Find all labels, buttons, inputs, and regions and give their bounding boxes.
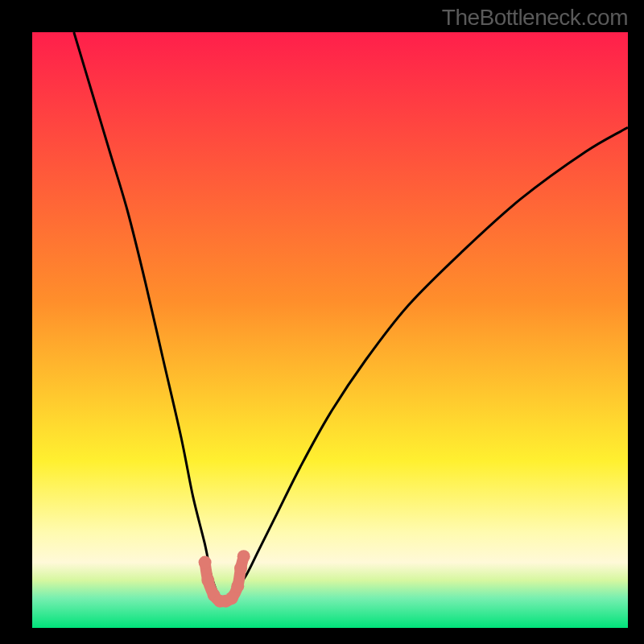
curves-layer xyxy=(32,32,628,628)
curve-right-branch xyxy=(235,127,628,592)
data-point xyxy=(234,562,247,575)
data-point xyxy=(225,592,238,605)
curve-left-branch xyxy=(74,32,217,592)
chart-frame: TheBottleneck.com xyxy=(0,0,644,644)
data-point xyxy=(199,556,212,569)
plot-area xyxy=(32,32,628,628)
data-point xyxy=(201,574,214,587)
watermark-text: TheBottleneck.com xyxy=(442,5,628,31)
data-point xyxy=(237,550,250,563)
data-point xyxy=(231,580,244,592)
